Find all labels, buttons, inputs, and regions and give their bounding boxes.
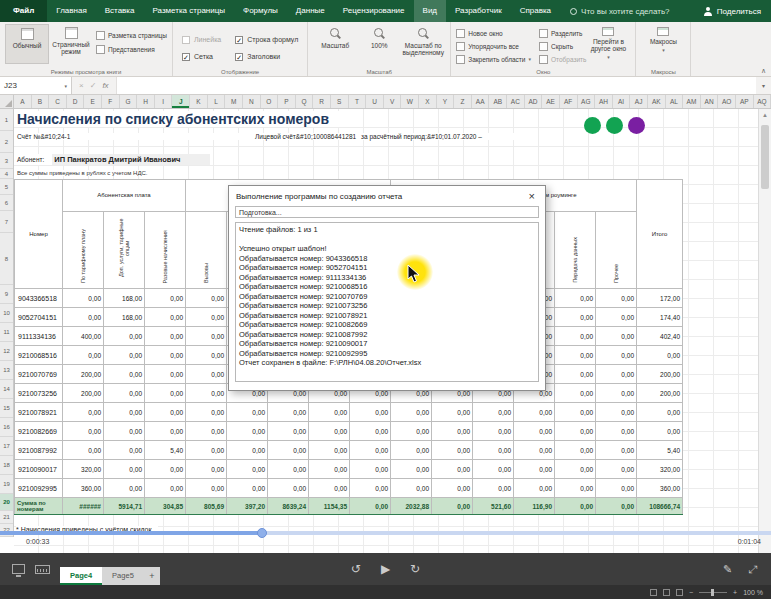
column-header[interactable]: L bbox=[208, 95, 226, 108]
cell[interactable]: 0,00 bbox=[391, 441, 432, 460]
column-header[interactable]: AD bbox=[525, 95, 543, 108]
cell[interactable]: 0,00 bbox=[145, 422, 186, 441]
view-button[interactable]: Представления bbox=[96, 43, 167, 55]
cell[interactable]: 0,00 bbox=[514, 403, 555, 422]
ribbon-checkbox[interactable]: Линейка bbox=[182, 33, 221, 46]
row-header[interactable]: 18 bbox=[0, 456, 13, 475]
column-header[interactable]: I bbox=[155, 95, 173, 108]
cell-phone[interactable]: 9111334136 bbox=[15, 327, 63, 346]
cell[interactable]: 0,00 bbox=[104, 422, 145, 441]
cell-phone[interactable]: 9043366518 bbox=[15, 289, 63, 308]
cell-total[interactable]: 5,40 bbox=[637, 441, 683, 460]
cell-total[interactable]: 360,00 bbox=[637, 479, 683, 498]
column-header[interactable]: Z bbox=[454, 95, 472, 108]
column-header[interactable]: C bbox=[49, 95, 67, 108]
column-header[interactable]: G bbox=[120, 95, 138, 108]
cell[interactable]: 200,00 bbox=[63, 384, 104, 403]
cell-phone[interactable]: 9210078921 bbox=[15, 403, 63, 422]
column-header[interactable]: V bbox=[384, 95, 402, 108]
cell[interactable]: 0,00 bbox=[391, 422, 432, 441]
cell[interactable]: 0,00 bbox=[555, 460, 596, 479]
cell[interactable]: 0,00 bbox=[186, 289, 227, 308]
row-header[interactable]: 17 bbox=[0, 437, 13, 456]
cell[interactable]: 0,00 bbox=[104, 441, 145, 460]
scrollbar-thumb[interactable] bbox=[761, 125, 769, 189]
column-header[interactable]: AJ bbox=[630, 95, 648, 108]
cell[interactable]: 0,00 bbox=[63, 403, 104, 422]
cell[interactable]: 0,00 bbox=[432, 422, 473, 441]
checkbox[interactable]: ✓ bbox=[182, 53, 190, 61]
cell[interactable]: 0,00 bbox=[309, 460, 350, 479]
ribbon-tab[interactable]: Разметка страницы bbox=[143, 0, 234, 22]
select-all-button[interactable] bbox=[0, 95, 14, 108]
cell[interactable]: 0,00 bbox=[309, 422, 350, 441]
cell[interactable]: 0,00 bbox=[596, 346, 637, 365]
cell[interactable]: 0,00 bbox=[186, 441, 227, 460]
cell[interactable]: 0,00 bbox=[186, 346, 227, 365]
cell[interactable]: 0,00 bbox=[432, 460, 473, 479]
zoom-button[interactable]: Масштаб bbox=[313, 24, 357, 64]
macros-button[interactable]: Макросы▾ bbox=[641, 24, 685, 64]
cell[interactable]: 0,00 bbox=[432, 403, 473, 422]
cell-total[interactable]: 200,00 bbox=[637, 365, 683, 384]
normal-view-icon[interactable] bbox=[650, 589, 657, 596]
cell[interactable]: 0,00 bbox=[473, 479, 514, 498]
cell[interactable]: 0,00 bbox=[186, 460, 227, 479]
row-header[interactable]: 3 bbox=[0, 153, 13, 169]
cell[interactable]: 0,00 bbox=[555, 384, 596, 403]
tell-me-search[interactable]: Что вы хотите сделать? bbox=[570, 0, 669, 22]
column-header[interactable]: Q bbox=[296, 95, 314, 108]
column-header[interactable]: AA bbox=[472, 95, 490, 108]
column-header[interactable]: AG bbox=[578, 95, 596, 108]
cell[interactable]: 0,00 bbox=[309, 403, 350, 422]
enter-icon[interactable]: ✓ bbox=[90, 81, 97, 90]
cell[interactable]: 0,00 bbox=[268, 441, 309, 460]
ribbon-tab[interactable]: Вставка bbox=[96, 0, 144, 22]
scroll-up-icon[interactable]: ▲ bbox=[762, 112, 768, 118]
checkbox[interactable]: ✓ bbox=[235, 53, 243, 61]
column-header[interactable]: AK bbox=[648, 95, 666, 108]
cell[interactable]: 0,00 bbox=[268, 460, 309, 479]
column-header[interactable]: B bbox=[32, 95, 50, 108]
formula-expand-icon[interactable]: ▾ bbox=[756, 77, 771, 94]
cell[interactable]: 0,00 bbox=[391, 403, 432, 422]
cell[interactable]: 0,00 bbox=[596, 289, 637, 308]
cell[interactable]: 0,00 bbox=[186, 365, 227, 384]
ribbon-tab[interactable]: Главная bbox=[47, 0, 95, 22]
row-header[interactable]: 21 bbox=[0, 511, 13, 524]
row-header[interactable]: 5 bbox=[0, 179, 13, 195]
cell[interactable]: 0,00 bbox=[145, 384, 186, 403]
cell[interactable]: 400,00 bbox=[63, 327, 104, 346]
cell[interactable]: 0,00 bbox=[596, 479, 637, 498]
ribbon-tab[interactable]: Рецензирование bbox=[334, 0, 414, 22]
cell-total[interactable]: 0,00 bbox=[637, 346, 683, 365]
column-header[interactable]: AL bbox=[666, 95, 684, 108]
rewind-icon[interactable]: ↺ bbox=[351, 562, 361, 576]
zoom-in-icon[interactable]: + bbox=[733, 589, 737, 596]
row-header[interactable]: 15 bbox=[0, 399, 13, 418]
cell[interactable]: 0,00 bbox=[309, 441, 350, 460]
cell-total[interactable]: 172,00 bbox=[637, 289, 683, 308]
ribbon-tab[interactable]: Вид bbox=[414, 0, 446, 22]
cell[interactable]: 0,00 bbox=[104, 327, 145, 346]
window-button[interactable]: Скрыть bbox=[539, 40, 586, 52]
cell[interactable]: 0,00 bbox=[104, 384, 145, 403]
name-box[interactable]: J23 ▾ bbox=[0, 77, 72, 94]
view-button[interactable]: Страничный режим bbox=[49, 24, 93, 64]
cell[interactable]: 0,00 bbox=[145, 346, 186, 365]
vertical-scrollbar[interactable]: ▲ bbox=[758, 109, 771, 553]
dialog-title-bar[interactable]: Выполнение программы по созданию отчета … bbox=[229, 186, 545, 206]
cell[interactable]: 0,00 bbox=[145, 403, 186, 422]
cell[interactable]: 0,00 bbox=[596, 384, 637, 403]
ribbon-tab[interactable]: Формулы bbox=[234, 0, 287, 22]
monitor-icon[interactable] bbox=[12, 564, 25, 574]
column-header[interactable]: N bbox=[243, 95, 261, 108]
column-header[interactable]: AH bbox=[595, 95, 613, 108]
cell[interactable]: 0,00 bbox=[350, 479, 391, 498]
column-header[interactable]: O bbox=[261, 95, 279, 108]
row-header[interactable]: 10 bbox=[0, 304, 13, 323]
cell[interactable]: 0,00 bbox=[391, 460, 432, 479]
checkbox[interactable]: ✓ bbox=[235, 36, 243, 44]
cell[interactable]: 0,00 bbox=[63, 441, 104, 460]
dialog-close-button[interactable]: × bbox=[526, 186, 538, 206]
